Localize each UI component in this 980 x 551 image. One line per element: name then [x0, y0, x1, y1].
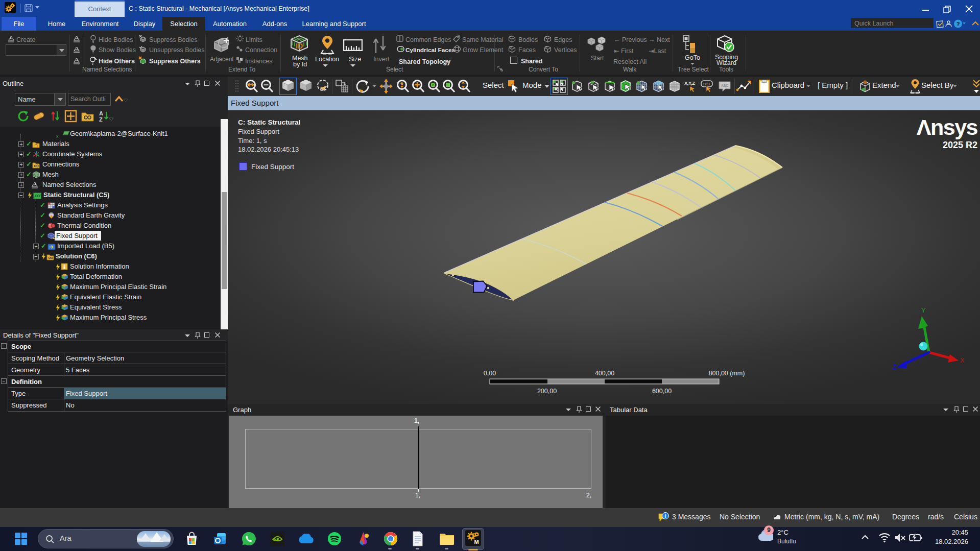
svg-text:0,00: 0,00	[484, 370, 496, 377]
svg-text:123: 123	[703, 82, 710, 86]
svg-text:X: X	[960, 356, 965, 364]
svg-text:Z: Z	[893, 363, 897, 371]
svg-text:Y: Y	[921, 306, 926, 314]
svg-text:?: ?	[957, 21, 960, 27]
svg-text:M: M	[474, 539, 479, 545]
svg-text:600,00: 600,00	[652, 388, 672, 395]
svg-text:A: A	[99, 110, 103, 116]
svg-text:ABC: ABC	[721, 84, 728, 87]
svg-text:ID: ID	[296, 42, 303, 50]
svg-text:800,00 (mm): 800,00 (mm)	[709, 370, 745, 377]
svg-text:Z: Z	[99, 116, 103, 122]
svg-text:X,Y,Z: X,Y,Z	[684, 80, 695, 86]
svg-text:400,00: 400,00	[595, 370, 614, 377]
svg-text:200,00: 200,00	[537, 388, 557, 395]
svg-text:i: i	[665, 514, 666, 519]
